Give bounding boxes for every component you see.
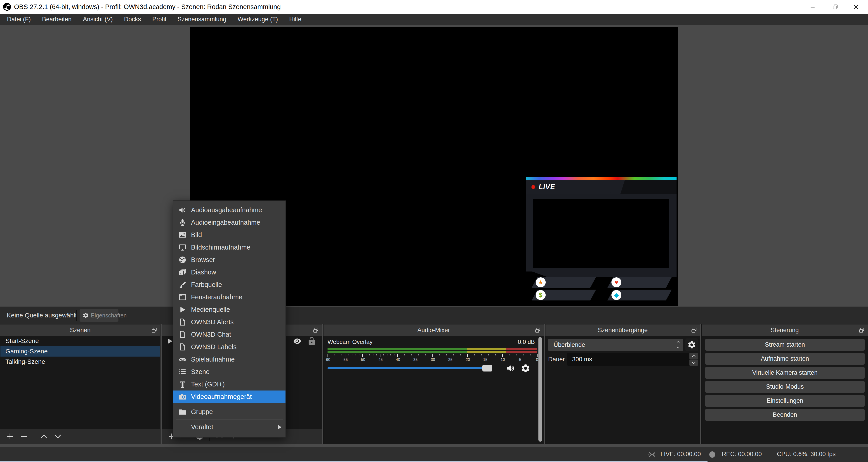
- duration-up-button[interactable]: [689, 353, 698, 359]
- context-menu-item-own3d-alerts[interactable]: OWN3D Alerts: [174, 316, 285, 328]
- context-menu-item-diashow[interactable]: Diashow: [174, 266, 285, 279]
- move-down-icon[interactable]: [54, 432, 62, 441]
- popout-icon[interactable]: [151, 327, 158, 334]
- meter-tick: [436, 354, 436, 355]
- obs-main-window: OBS 27.2.1 (64-bit, windows) - Profil: O…: [0, 0, 868, 462]
- context-menu-item-farbquelle[interactable]: Farbquelle: [174, 279, 285, 291]
- meter-tick: [477, 354, 478, 355]
- popout-icon[interactable]: [858, 327, 865, 334]
- duration-down-button[interactable]: [689, 359, 698, 366]
- aufnahme-starten-button[interactable]: Aufnahme starten: [705, 353, 865, 365]
- popout-icon[interactable]: [690, 327, 698, 334]
- transition-select-arrows[interactable]: [673, 340, 683, 350]
- context-menu-item-medienquelle[interactable]: Medienquelle: [174, 304, 285, 316]
- eye-icon[interactable]: [293, 337, 302, 346]
- context-menu-item-videoaufnahmeger-t[interactable]: Videoaufnahmegerät: [174, 391, 285, 403]
- context-menu-item-bildschirmaufnahme[interactable]: Bildschirmaufnahme: [174, 241, 285, 254]
- menubar-item-hilfe[interactable]: Hilfe: [283, 14, 307, 25]
- duration-label: Dauer: [548, 353, 565, 366]
- minimize-button[interactable]: [802, 0, 823, 14]
- duration-spinbox[interactable]: 300 ms: [567, 353, 689, 366]
- unlock-icon[interactable]: [307, 337, 316, 346]
- speaker-icon[interactable]: [506, 363, 516, 373]
- menubar-item-profil[interactable]: Profil: [147, 14, 172, 25]
- meter-tick-label: -20: [465, 357, 470, 362]
- menubar-item-werkzeuge-t[interactable]: Werkzeuge (T): [232, 14, 283, 25]
- meter-tick: [335, 354, 335, 355]
- menubar-item-docks[interactable]: Docks: [119, 14, 147, 25]
- meter-tick: [523, 354, 524, 355]
- menubar-item-szenensammlung[interactable]: Szenensammlung: [172, 14, 232, 25]
- meter-tick: [355, 354, 356, 355]
- remove-icon[interactable]: [20, 432, 28, 441]
- context-menu-item-veraltet[interactable]: Veraltet: [174, 421, 285, 433]
- volume-slider-handle[interactable]: [483, 365, 492, 372]
- overlay-live-label: LIVE: [539, 183, 555, 191]
- context-menu-item-label: Audioausgabeaufnahme: [191, 204, 262, 216]
- popout-icon[interactable]: [534, 327, 541, 334]
- volume-slider[interactable]: [328, 364, 503, 372]
- scene-row-start-szene[interactable]: Start-Szene: [0, 336, 160, 346]
- obs-logo-icon: [3, 2, 11, 11]
- image-icon: [178, 231, 187, 239]
- source-toolbar: Keine Quelle ausgewählt Eigenschaften: [0, 307, 868, 324]
- menu-bar: Datei (F)BearbeitenAnsicht (V)DocksProfi…: [0, 14, 868, 25]
- studio-modus-button[interactable]: Studio-Modus: [705, 381, 865, 393]
- context-menu-item-own3d-chat[interactable]: OWN3D Chat: [174, 328, 285, 341]
- close-button[interactable]: [846, 0, 866, 14]
- context-menu-item-audioausgabeaufnahme[interactable]: Audioausgabeaufnahme: [174, 204, 285, 216]
- mic-icon: [178, 218, 187, 227]
- restore-button[interactable]: [825, 0, 845, 14]
- transitions-panel-header[interactable]: Szenenübergänge: [546, 324, 700, 336]
- mixer-panel-header[interactable]: Audio-Mixer: [323, 324, 544, 336]
- meter-tick: [457, 354, 457, 355]
- virtuelle-kamera-starten-button[interactable]: Virtuelle Kamera starten: [705, 367, 865, 379]
- live-dot-icon: [531, 185, 535, 189]
- transitions-panel-title: Szenenübergänge: [546, 324, 700, 336]
- meter-tick-label: -10: [499, 357, 505, 362]
- gear-icon[interactable]: [521, 363, 530, 373]
- context-menu-item-gruppe[interactable]: Gruppe: [174, 406, 285, 418]
- move-up-icon[interactable]: [39, 432, 48, 441]
- einstellungen-button[interactable]: Einstellungen: [705, 395, 865, 407]
- context-menu-item-own3d-labels[interactable]: OWN3D Labels: [174, 341, 285, 353]
- context-menu-item-browser[interactable]: Browser: [174, 254, 285, 266]
- monitor-icon: [178, 243, 187, 252]
- scene-row-talking-szene[interactable]: Talking-Szene: [0, 356, 160, 367]
- menubar-item-bearbeiten[interactable]: Bearbeiten: [36, 14, 77, 25]
- context-menu-item-audioeingabeaufnahme[interactable]: Audioeingabeaufnahme: [174, 216, 285, 229]
- stream-starten-button[interactable]: Stream starten: [705, 339, 865, 351]
- beenden-button[interactable]: Beenden: [705, 409, 865, 421]
- meter-tick: [485, 354, 485, 357]
- context-menu-item-fensteraufnahme[interactable]: Fensteraufnahme: [174, 291, 285, 304]
- title-bar: OBS 27.2.1 (64-bit, windows) - Profil: O…: [0, 0, 868, 14]
- popout-icon[interactable]: [312, 327, 319, 334]
- meter-tick: [527, 354, 527, 355]
- list-icon: [178, 368, 187, 376]
- transition-gear-button[interactable]: [685, 339, 698, 351]
- menubar-item-datei-f[interactable]: Datei (F): [1, 14, 36, 25]
- context-menu-item-text-gdi[interactable]: Text (GDI+): [174, 378, 285, 391]
- add-icon[interactable]: [6, 432, 14, 441]
- transition-select[interactable]: Überblende: [548, 339, 683, 351]
- context-menu-item-label: Bildschirmaufnahme: [191, 241, 250, 254]
- mixer-scrollbar[interactable]: [538, 337, 542, 442]
- mixer-db-value: 0.0 dB: [518, 339, 535, 345]
- menubar-item-ansicht-v[interactable]: Ansicht (V): [77, 14, 119, 25]
- meter-tick: [426, 354, 426, 355]
- context-menu-item-spielaufnahme[interactable]: Spielaufnahme: [174, 353, 285, 366]
- volume-slider-track[interactable]: [328, 367, 483, 369]
- scenes-panel-header[interactable]: Szenen: [0, 324, 160, 336]
- context-menu-item-szene[interactable]: Szene: [174, 366, 285, 378]
- meter-tick-label: -25: [447, 357, 453, 362]
- scene-row-gaming-szene[interactable]: Gaming-Szene: [0, 346, 160, 356]
- meter-tick: [471, 354, 471, 355]
- context-menu-item-label: Fensteraufnahme: [191, 291, 242, 304]
- star-badge-icon: ★: [536, 278, 546, 287]
- controls-panel-header[interactable]: Steuerung: [702, 324, 868, 336]
- properties-button[interactable]: Eigenschaften: [80, 309, 119, 322]
- meter-tick: [467, 354, 468, 357]
- globe-icon: [178, 256, 187, 264]
- meter-tick-label: -35: [412, 357, 418, 362]
- context-menu-item-bild[interactable]: Bild: [174, 229, 285, 241]
